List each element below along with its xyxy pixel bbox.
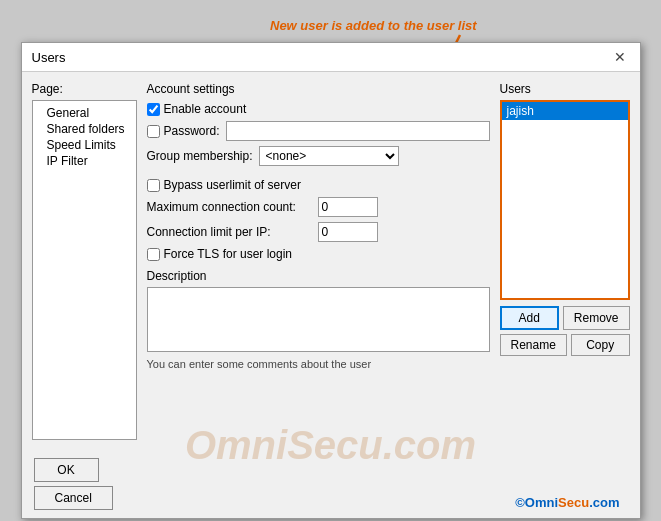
conn-limit-field[interactable] xyxy=(318,222,378,242)
sidebar: Page: General Shared folders Speed Limit… xyxy=(32,82,137,440)
group-membership-select[interactable]: <none> xyxy=(259,146,399,166)
enable-account-label: Enable account xyxy=(164,102,247,116)
users-panel: Users jajish Add Remove Rename Copy xyxy=(500,82,630,440)
bypass-label: Bypass userlimit of server xyxy=(164,178,301,192)
account-settings-label: Account settings xyxy=(147,82,490,96)
max-conn-row: Maximum connection count: xyxy=(147,197,490,217)
conn-limit-label: Connection limit per IP: xyxy=(147,225,312,239)
max-conn-label: Maximum connection count: xyxy=(147,200,312,214)
conn-limit-row: Connection limit per IP: xyxy=(147,222,490,242)
add-button[interactable]: Add xyxy=(500,306,559,330)
force-tls-checkbox[interactable] xyxy=(147,248,160,261)
enable-account-checkbox[interactable] xyxy=(147,103,160,116)
password-checkbox[interactable] xyxy=(147,125,160,138)
remove-button[interactable]: Remove xyxy=(563,306,630,330)
users-list: jajish xyxy=(500,100,630,300)
annotation-text: New user is added to the user list xyxy=(270,18,477,33)
rename-button[interactable]: Rename xyxy=(500,334,567,356)
password-field[interactable] xyxy=(226,121,490,141)
description-label: Description xyxy=(147,269,490,283)
bypass-row: Bypass userlimit of server xyxy=(147,178,490,192)
users-label: Users xyxy=(500,82,630,96)
enable-account-row: Enable account xyxy=(147,102,490,116)
title-bar: Users ✕ xyxy=(22,43,640,72)
password-label: Password: xyxy=(164,124,220,138)
password-row: Password: xyxy=(147,121,490,141)
bypass-checkbox[interactable] xyxy=(147,179,160,192)
dialog-body: Page: General Shared folders Speed Limit… xyxy=(22,72,640,450)
group-membership-label: Group membership: xyxy=(147,149,253,163)
copyright: ©OmniSecu.com xyxy=(515,495,619,510)
main-content: Account settings Enable account Password… xyxy=(147,82,490,440)
description-section: Description You can enter some comments … xyxy=(147,269,490,370)
max-conn-field[interactable] xyxy=(318,197,378,217)
description-textarea[interactable] xyxy=(147,287,490,352)
group-membership-row: Group membership: <none> xyxy=(147,146,490,166)
add-remove-row: Add Remove xyxy=(500,306,630,330)
ok-button[interactable]: OK xyxy=(34,458,99,482)
force-tls-label: Force TLS for user login xyxy=(164,247,293,261)
sidebar-item-shared-folders[interactable]: Shared folders xyxy=(39,121,130,137)
force-tls-row: Force TLS for user login xyxy=(147,247,490,261)
page-label: Page: xyxy=(32,82,137,96)
users-dialog: Users ✕ Page: General Shared folders Spe… xyxy=(21,42,641,519)
description-hint: You can enter some comments about the us… xyxy=(147,358,490,370)
sidebar-item-ip-filter[interactable]: IP Filter xyxy=(39,153,130,169)
close-button[interactable]: ✕ xyxy=(610,49,630,65)
sidebar-item-general[interactable]: General xyxy=(39,105,130,121)
dialog-title: Users xyxy=(32,50,66,65)
copy-button[interactable]: Copy xyxy=(571,334,630,356)
sidebar-item-speed-limits[interactable]: Speed Limits xyxy=(39,137,130,153)
user-item-jajish[interactable]: jajish xyxy=(502,102,628,120)
page-tree: General Shared folders Speed Limits IP F… xyxy=(32,100,137,440)
rename-copy-row: Rename Copy xyxy=(500,334,630,356)
user-buttons: Add Remove Rename Copy xyxy=(500,306,630,356)
cancel-button[interactable]: Cancel xyxy=(34,486,113,510)
